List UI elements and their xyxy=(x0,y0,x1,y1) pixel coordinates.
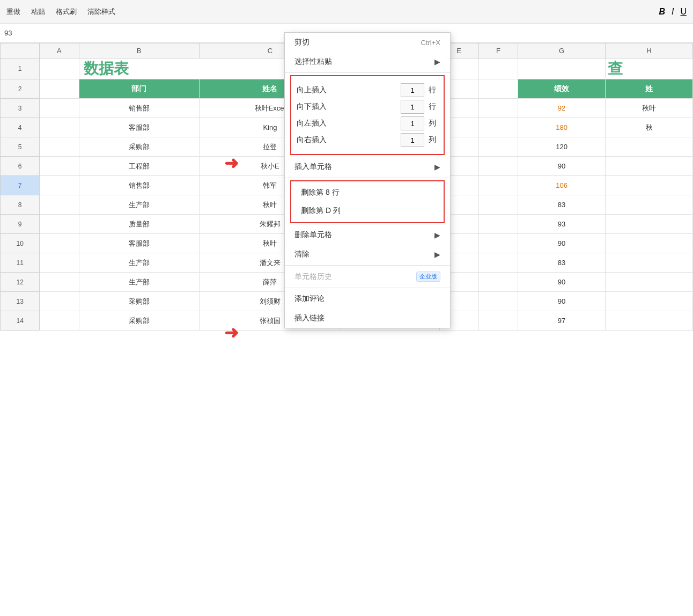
cell-g11[interactable]: 83 xyxy=(518,253,606,273)
cell-f8[interactable] xyxy=(478,195,518,215)
col-header-h[interactable]: H xyxy=(606,43,693,58)
cell-b12[interactable]: 生产部 xyxy=(79,273,199,292)
menu-add-comment[interactable]: 添加评论 xyxy=(285,289,450,309)
cell-b9[interactable]: 质量部 xyxy=(79,215,199,234)
insert-down-input[interactable] xyxy=(401,100,424,114)
cell-h3[interactable]: 秋叶 xyxy=(606,99,693,118)
cell-b14[interactable]: 采购部 xyxy=(79,311,199,331)
row-num-4: 4 xyxy=(1,118,40,137)
cell-b8[interactable]: 生产部 xyxy=(79,195,199,215)
cell-a11[interactable] xyxy=(40,253,79,273)
cell-h7[interactable] xyxy=(606,176,693,195)
cell-a10[interactable] xyxy=(40,234,79,253)
cell-g5[interactable]: 120 xyxy=(518,137,606,157)
cell-g9[interactable]: 93 xyxy=(518,215,606,234)
cell-a9[interactable] xyxy=(40,215,79,234)
cell-g3[interactable]: 92 xyxy=(518,99,606,118)
insert-section: 向上插入 行 向下插入 行 向左插入 列 向右插入 列 xyxy=(290,75,445,155)
cell-f4[interactable] xyxy=(478,118,518,137)
cell-g14[interactable]: 97 xyxy=(518,311,606,331)
cell-f2[interactable] xyxy=(478,79,518,99)
col-header-a[interactable]: A xyxy=(40,43,79,58)
toolbar-paste[interactable]: 粘贴 xyxy=(31,7,45,17)
cell-f3[interactable] xyxy=(478,99,518,118)
enterprise-badge: 企业版 xyxy=(416,272,440,282)
cell-f11[interactable] xyxy=(478,253,518,273)
cell-b4[interactable]: 客服部 xyxy=(79,118,199,137)
cell-h5[interactable] xyxy=(606,137,693,157)
cell-f7[interactable] xyxy=(478,176,518,195)
cell-h2[interactable]: 姓 xyxy=(606,79,693,99)
red-arrow-2: ➜ xyxy=(224,324,239,341)
cell-b2[interactable]: 部门 xyxy=(79,79,199,99)
cell-a5[interactable] xyxy=(40,137,79,157)
insert-up-input[interactable] xyxy=(401,83,424,97)
cell-a4[interactable] xyxy=(40,118,79,137)
cell-b7[interactable]: 销售部 xyxy=(79,176,199,195)
menu-delete-cell[interactable]: 删除单元格 ▶ xyxy=(285,225,450,245)
cell-h12[interactable] xyxy=(606,273,693,292)
menu-delete-col[interactable]: 删除第 D 列 xyxy=(291,202,444,220)
menu-cut[interactable]: 剪切 Ctrl+X xyxy=(285,33,450,52)
cell-g12[interactable]: 90 xyxy=(518,273,606,292)
menu-delete-row[interactable]: 删除第 8 行 xyxy=(291,184,444,202)
cell-a7[interactable] xyxy=(40,176,79,195)
toolbar-underline-icon[interactable]: U xyxy=(680,7,687,17)
cell-a2[interactable] xyxy=(40,79,79,99)
cell-f1[interactable] xyxy=(478,58,518,79)
cell-a3[interactable] xyxy=(40,99,79,118)
cell-g2[interactable]: 绩效 xyxy=(518,79,606,99)
cell-h13[interactable] xyxy=(606,292,693,311)
cell-h8[interactable] xyxy=(606,195,693,215)
cell-f14[interactable] xyxy=(478,311,518,331)
insert-left-input[interactable] xyxy=(401,116,424,130)
cell-f13[interactable] xyxy=(478,292,518,311)
cell-g1[interactable] xyxy=(518,58,606,79)
toolbar-bold-icon[interactable]: B xyxy=(659,7,665,17)
cell-b5[interactable]: 采购部 xyxy=(79,137,199,157)
cell-h11[interactable] xyxy=(606,253,693,273)
toolbar-italic-icon[interactable]: I xyxy=(672,7,674,17)
cell-g6[interactable]: 90 xyxy=(518,157,606,176)
cell-f10[interactable] xyxy=(478,234,518,253)
cell-a6[interactable] xyxy=(40,157,79,176)
col-header-f[interactable]: F xyxy=(478,43,518,58)
cell-a8[interactable] xyxy=(40,195,79,215)
cell-h10[interactable] xyxy=(606,234,693,253)
cell-h6[interactable] xyxy=(606,157,693,176)
insert-right-input[interactable] xyxy=(401,133,424,147)
cell-f9[interactable] xyxy=(478,215,518,234)
cell-a12[interactable] xyxy=(40,273,79,292)
cell-a1[interactable] xyxy=(40,58,79,79)
cell-b13[interactable]: 采购部 xyxy=(79,292,199,311)
cell-h14[interactable] xyxy=(606,311,693,331)
col-header-b[interactable]: B xyxy=(79,43,199,58)
cell-f12[interactable] xyxy=(478,273,518,292)
cell-g13[interactable]: 90 xyxy=(518,292,606,311)
cell-g10[interactable]: 90 xyxy=(518,234,606,253)
cell-a14[interactable] xyxy=(40,311,79,331)
row-num-9: 9 xyxy=(1,215,40,234)
cell-g8[interactable]: 83 xyxy=(518,195,606,215)
toolbar-clear-style[interactable]: 清除样式 xyxy=(87,7,115,17)
menu-paste-special[interactable]: 选择性粘贴 ▶ xyxy=(285,52,450,71)
col-header-g[interactable]: G xyxy=(518,43,606,58)
cell-b11[interactable]: 生产部 xyxy=(79,253,199,273)
toolbar-redo[interactable]: 重做 xyxy=(6,7,20,17)
toolbar-format-brush[interactable]: 格式刷 xyxy=(56,7,77,17)
row-num-8: 8 xyxy=(1,195,40,215)
cell-a13[interactable] xyxy=(40,292,79,311)
cell-b6[interactable]: 工程部 xyxy=(79,157,199,176)
cell-g7[interactable]: 106 xyxy=(518,176,606,195)
cell-h1[interactable]: 查 xyxy=(606,58,693,79)
menu-insert-cell[interactable]: 插入单元格 ▶ xyxy=(285,157,450,177)
cell-h9[interactable] xyxy=(606,215,693,234)
cell-b3[interactable]: 销售部 xyxy=(79,99,199,118)
menu-clear[interactable]: 清除 ▶ xyxy=(285,245,450,264)
cell-h4[interactable]: 秋 xyxy=(606,118,693,137)
cell-f6[interactable] xyxy=(478,157,518,176)
cell-g4[interactable]: 180 xyxy=(518,118,606,137)
cell-b10[interactable]: 客服部 xyxy=(79,234,199,253)
menu-insert-link[interactable]: 插入链接 xyxy=(285,309,450,328)
cell-f5[interactable] xyxy=(478,137,518,157)
